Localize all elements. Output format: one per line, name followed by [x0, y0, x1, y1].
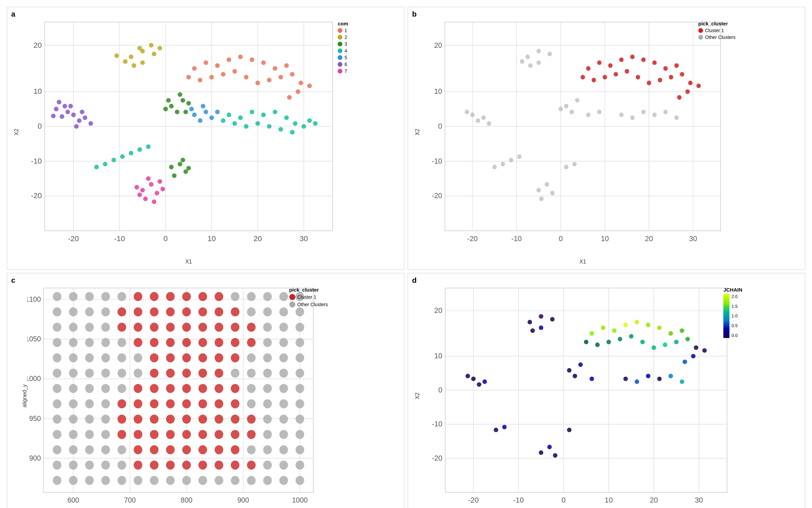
svg-point-360 — [199, 415, 207, 424]
svg-point-260 — [134, 322, 142, 332]
svg-point-184 — [641, 58, 646, 62]
svg-point-164 — [539, 196, 544, 201]
svg-point-152 — [564, 104, 568, 109]
svg-point-189 — [669, 75, 673, 80]
svg-point-241 — [85, 307, 94, 316]
svg-point-158 — [481, 115, 486, 120]
svg-point-362 — [231, 415, 240, 424]
panel-d-scatter: -20 -10 0 10 20 30 20 10 0 -10 -20 — [428, 277, 744, 508]
svg-rect-431 — [44, 288, 313, 492]
svg-point-91 — [88, 121, 93, 126]
svg-point-470 — [606, 340, 611, 344]
svg-point-460 — [657, 325, 661, 330]
svg-point-22 — [192, 66, 197, 71]
svg-point-104 — [135, 185, 139, 190]
svg-point-171 — [501, 162, 505, 167]
svg-point-303 — [53, 368, 62, 378]
svg-text:10: 10 — [434, 352, 443, 360]
svg-point-374 — [166, 430, 175, 439]
svg-point-113 — [172, 173, 177, 178]
svg-point-482 — [567, 368, 571, 373]
svg-point-223 — [53, 292, 62, 301]
svg-point-69 — [293, 121, 298, 126]
svg-point-501 — [680, 379, 684, 384]
svg-point-252 — [263, 307, 272, 316]
svg-point-227 — [117, 292, 126, 301]
svg-point-34 — [255, 81, 260, 85]
svg-point-295 — [182, 353, 191, 362]
svg-point-480 — [539, 325, 543, 330]
svg-point-410 — [231, 461, 240, 470]
svg-text:-10: -10 — [114, 234, 125, 243]
svg-point-53 — [114, 54, 119, 58]
svg-point-459 — [646, 322, 650, 327]
svg-point-300 — [263, 353, 272, 362]
svg-point-88 — [77, 118, 82, 123]
svg-point-393 — [215, 445, 223, 454]
panel-a-y-label: X2 — [14, 129, 20, 136]
svg-point-179 — [586, 66, 590, 71]
svg-point-483 — [578, 362, 583, 367]
svg-text:0: 0 — [38, 122, 42, 130]
svg-text:10: 10 — [207, 234, 216, 243]
panel-a-label: a — [11, 10, 15, 19]
panel-b-label: b — [412, 10, 416, 19]
svg-text:30: 30 — [689, 234, 697, 243]
svg-point-70 — [301, 124, 306, 129]
svg-point-286 — [296, 338, 304, 347]
svg-point-175 — [572, 162, 577, 167]
svg-point-201 — [677, 95, 681, 100]
svg-point-330 — [231, 384, 240, 393]
svg-text:900: 900 — [29, 454, 41, 462]
panel-b-x-label: X1 — [580, 259, 586, 265]
svg-point-427 — [247, 476, 256, 485]
svg-point-174 — [564, 165, 568, 169]
svg-point-317 — [279, 368, 288, 378]
svg-point-75 — [244, 124, 249, 129]
svg-point-391 — [182, 445, 191, 454]
svg-point-365 — [279, 415, 288, 424]
svg-point-199 — [696, 84, 701, 88]
svg-point-315 — [247, 368, 256, 378]
svg-point-500 — [669, 374, 673, 378]
svg-point-111 — [178, 162, 182, 167]
svg-point-116 — [94, 165, 99, 169]
svg-point-351 — [53, 415, 62, 424]
svg-point-256 — [69, 322, 78, 332]
svg-text:20: 20 — [253, 234, 262, 243]
panel-c: c aligned_y 600 700 800 900 1000 — [7, 273, 404, 508]
svg-point-311 — [182, 368, 191, 378]
svg-point-309 — [150, 368, 159, 378]
svg-point-297 — [215, 353, 223, 362]
panel-d-legend-title: JCHAIN — [723, 287, 742, 293]
svg-point-409 — [215, 461, 223, 470]
svg-point-383 — [53, 445, 62, 454]
svg-point-226 — [101, 292, 110, 301]
svg-point-47 — [152, 52, 157, 57]
svg-text:20: 20 — [33, 41, 42, 49]
svg-point-95 — [60, 114, 64, 119]
svg-point-228 — [134, 292, 142, 301]
svg-point-426 — [231, 476, 240, 485]
svg-point-39 — [198, 78, 203, 83]
svg-point-162 — [545, 182, 549, 187]
svg-point-314 — [231, 368, 240, 378]
svg-point-168 — [630, 115, 635, 120]
svg-point-380 — [263, 430, 272, 439]
panel-d-legend: JCHAIN 2.0 1.5 1.0 0.5 0.0 — [723, 287, 742, 338]
svg-point-478 — [539, 314, 543, 318]
svg-point-190 — [658, 78, 662, 83]
svg-point-195 — [603, 75, 607, 80]
svg-text:20: 20 — [645, 234, 653, 243]
svg-text:0: 0 — [438, 386, 443, 394]
svg-text:1050: 1050 — [27, 335, 41, 343]
svg-point-96 — [63, 104, 67, 109]
svg-point-321 — [85, 384, 94, 393]
svg-point-167 — [619, 112, 624, 117]
svg-point-65 — [250, 110, 254, 114]
svg-text:-10: -10 — [432, 156, 442, 165]
svg-point-323 — [117, 384, 126, 393]
svg-point-299 — [247, 353, 256, 362]
panel-a: a X2 -20 -10 0 10 20 — [7, 7, 404, 270]
panel-a-scatter: -20 -10 0 10 20 30 20 10 0 -10 -20 — [27, 10, 350, 254]
